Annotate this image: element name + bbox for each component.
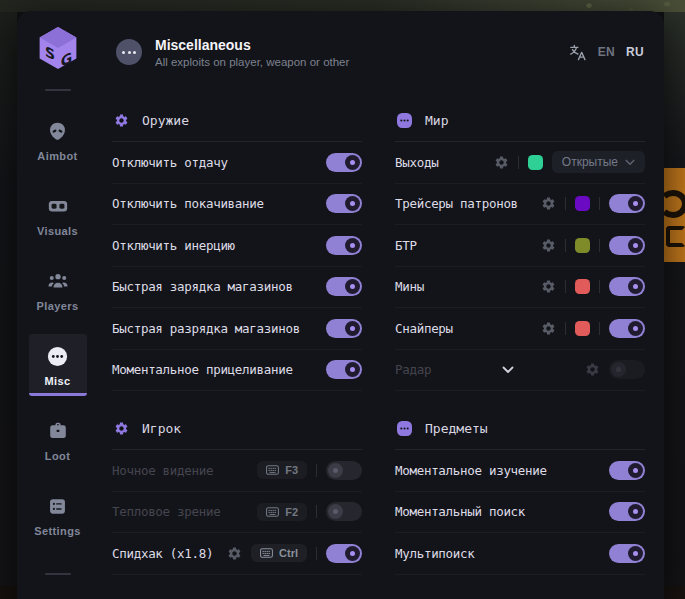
translate-icon <box>568 43 587 62</box>
control-separator <box>316 547 317 560</box>
feature-row: Отключить отдачу <box>112 142 362 184</box>
feature-row: Быстрая разрядка магазинов <box>112 308 362 350</box>
gear-icon[interactable] <box>585 362 600 377</box>
color-swatch[interactable] <box>575 279 590 294</box>
sidebar: S G AimbotVisualsPlayersMiscLootSettings <box>17 11 98 599</box>
sidebar-divider <box>45 573 71 575</box>
toggle-knob <box>345 279 360 294</box>
toggle-knob <box>345 321 360 336</box>
sidebar-item-misc[interactable]: Misc <box>29 334 87 396</box>
lang-ru-button[interactable]: RU <box>626 45 644 59</box>
feature-row: Мины <box>395 267 645 309</box>
toggle-on[interactable] <box>609 544 645 563</box>
toggle-on[interactable] <box>609 502 645 521</box>
gear-icon <box>114 113 129 128</box>
feature-row: ВыходыОткрытые <box>395 142 645 184</box>
toggle-off[interactable] <box>609 360 645 379</box>
chevron-down-icon[interactable] <box>502 366 514 374</box>
toggle-on[interactable] <box>609 319 645 338</box>
game-background-left <box>0 12 17 586</box>
section-title: Предметы <box>425 421 488 436</box>
color-swatch[interactable] <box>575 238 590 253</box>
page-title-block: Miscellaneous All exploits on player, we… <box>155 37 349 68</box>
page-title: Miscellaneous <box>155 37 349 53</box>
section-title: Мир <box>425 113 448 128</box>
sidebar-item-label: Aimbot <box>37 150 77 162</box>
keybind-badge[interactable]: F3 <box>257 461 307 479</box>
dots-badge-icon <box>397 113 412 128</box>
toggle-on[interactable] <box>609 461 645 480</box>
feature-row: Отключить покачивание <box>112 184 362 226</box>
row-label: Моментальный поиск <box>395 504 600 519</box>
section-title: Игрок <box>142 421 181 436</box>
misc-page-icon <box>116 39 142 65</box>
sidebar-item-label: Loot <box>45 450 70 462</box>
row-label: Выходы <box>395 155 485 170</box>
keybind-badge[interactable]: F2 <box>257 503 307 521</box>
feature-row: Снайперы <box>395 308 645 350</box>
gear-icon[interactable] <box>227 546 242 561</box>
control-separator <box>565 280 566 293</box>
toggle-off[interactable] <box>326 502 362 521</box>
color-swatch[interactable] <box>575 321 590 336</box>
toggle-on[interactable] <box>326 277 362 296</box>
dropdown-value: Открытые <box>562 155 618 169</box>
gear-icon[interactable] <box>541 196 556 211</box>
sidebar-item-loot[interactable]: Loot <box>29 409 87 471</box>
row-label: Моментальное изучение <box>395 463 600 478</box>
toggle-on[interactable] <box>326 544 362 563</box>
row-label: Радар <box>395 362 431 377</box>
feature-row: Моментальный поиск <box>395 492 645 534</box>
color-swatch[interactable] <box>575 196 590 211</box>
gear-icon[interactable] <box>541 238 556 253</box>
row-label: Мультипоиск <box>395 546 600 561</box>
gear-icon[interactable] <box>541 279 556 294</box>
page-subtitle: All exploits on player, weapon or other <box>155 56 349 68</box>
keybind-badge[interactable]: Ctrl <box>251 544 307 562</box>
section-weapon: ОружиеОтключить отдачуОтключить покачива… <box>112 105 362 391</box>
sidebar-item-label: Settings <box>34 525 81 537</box>
sidebar-item-settings[interactable]: Settings <box>29 484 87 546</box>
toggle-knob <box>628 279 643 294</box>
color-swatch[interactable] <box>528 155 543 170</box>
gear-icon[interactable] <box>494 155 509 170</box>
page-header: Miscellaneous All exploits on player, we… <box>112 11 650 83</box>
toggle-on[interactable] <box>326 360 362 379</box>
toggle-on[interactable] <box>609 194 645 213</box>
game-background-right <box>664 12 685 586</box>
dropdown-select[interactable]: Открытые <box>552 151 645 173</box>
sidebar-item-players[interactable]: Players <box>29 259 87 321</box>
toggle-off[interactable] <box>326 461 362 480</box>
feature-row: Ночное видениеF3 <box>112 450 362 492</box>
vr-goggles-icon <box>47 194 69 218</box>
keybind-label: Ctrl <box>279 547 298 559</box>
control-separator <box>565 239 566 252</box>
right-column: МирВыходыОткрытыеТрейсеры патроновБТРМин… <box>395 105 645 575</box>
keyboard-icon <box>260 548 273 558</box>
row-label: Трейсеры патронов <box>395 196 532 211</box>
control-separator <box>599 197 600 210</box>
toggle-on[interactable] <box>326 319 362 338</box>
feature-row: Мультипоиск <box>395 533 645 575</box>
toggle-on[interactable] <box>326 194 362 213</box>
feature-row: Тепловое зрениеF2 <box>112 492 362 534</box>
sidebar-item-aimbot[interactable]: Aimbot <box>29 109 87 171</box>
toggle-on[interactable] <box>326 153 362 172</box>
left-column: ОружиеОтключить отдачуОтключить покачива… <box>112 105 362 575</box>
sidebar-item-visuals[interactable]: Visuals <box>29 184 87 246</box>
toggle-knob <box>345 238 360 253</box>
feature-row: Спидхак (x1.8)Ctrl <box>112 533 362 575</box>
sg-logo[interactable]: S G <box>37 25 79 73</box>
toggle-on[interactable] <box>609 236 645 255</box>
lang-en-button[interactable]: EN <box>598 45 615 59</box>
row-label: БТР <box>395 238 532 253</box>
toggle-knob <box>611 362 626 377</box>
row-label: Снайперы <box>395 321 532 336</box>
toggle-knob <box>628 196 643 211</box>
control-separator <box>565 322 566 335</box>
toggle-knob <box>345 546 360 561</box>
gear-icon[interactable] <box>541 321 556 336</box>
toggle-on[interactable] <box>609 277 645 296</box>
control-separator <box>565 197 566 210</box>
toggle-on[interactable] <box>326 236 362 255</box>
